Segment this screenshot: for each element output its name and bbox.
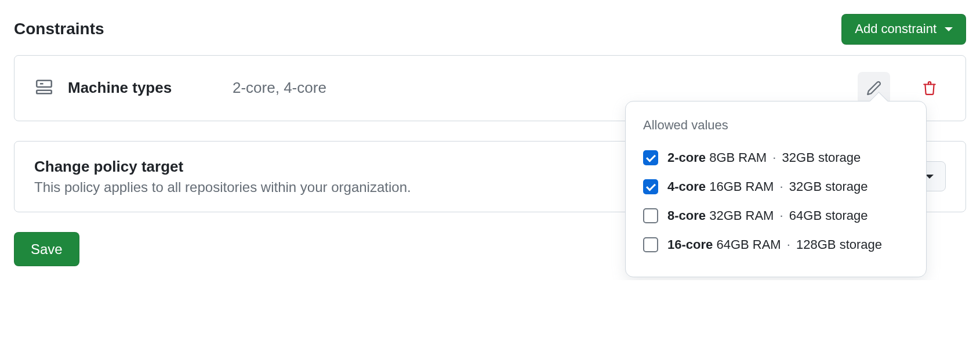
allowed-values-popover: Allowed values 2-core 8GB RAM · 32GB sto…	[625, 101, 927, 277]
machine-type-option[interactable]: 2-core 8GB RAM · 32GB storage	[643, 143, 909, 172]
option-label: 8-core 32GB RAM · 64GB storage	[667, 208, 868, 223]
option-label: 4-core 16GB RAM · 32GB storage	[667, 179, 868, 194]
option-ram: 8GB RAM	[709, 150, 767, 165]
server-icon	[34, 77, 54, 99]
machine-type-option[interactable]: 4-core 16GB RAM · 32GB storage	[643, 172, 909, 201]
popover-title: Allowed values	[643, 118, 909, 133]
separator-dot: ·	[780, 179, 783, 194]
save-button[interactable]: Save	[14, 232, 79, 267]
policy-title: Change policy target	[34, 158, 411, 176]
option-label: 16-core 64GB RAM · 128GB storage	[667, 237, 882, 252]
separator-dot: ·	[780, 208, 783, 223]
option-storage: 32GB storage	[782, 150, 861, 165]
caret-down-icon	[945, 27, 953, 31]
caret-down-icon	[925, 175, 934, 179]
checkbox[interactable]	[643, 237, 658, 252]
option-storage: 128GB storage	[796, 237, 882, 252]
add-constraint-button[interactable]: Add constraint	[841, 14, 966, 45]
trash-icon	[922, 81, 937, 96]
checkbox[interactable]	[643, 179, 658, 194]
machine-type-option[interactable]: 8-core 32GB RAM · 64GB storage	[643, 201, 909, 230]
option-label: 2-core 8GB RAM · 32GB storage	[667, 150, 861, 165]
svg-rect-0	[37, 80, 52, 86]
policy-description: This policy applies to all repositories …	[34, 179, 411, 195]
option-ram: 64GB RAM	[716, 237, 781, 252]
option-cores: 2-core	[667, 150, 706, 165]
constraint-name: Machine types	[68, 79, 219, 97]
option-cores: 8-core	[667, 208, 706, 223]
separator-dot: ·	[772, 150, 776, 165]
add-constraint-label: Add constraint	[855, 20, 937, 38]
checkbox[interactable]	[643, 208, 658, 223]
option-storage: 32GB storage	[789, 179, 868, 194]
constraint-summary: 2-core, 4-core	[233, 79, 844, 97]
separator-dot: ·	[787, 237, 790, 252]
section-title: Constraints	[14, 20, 104, 38]
delete-constraint-button[interactable]	[913, 72, 946, 104]
checkbox[interactable]	[643, 150, 658, 165]
option-ram: 32GB RAM	[709, 208, 774, 223]
save-label: Save	[31, 240, 63, 259]
svg-rect-1	[37, 90, 52, 93]
machine-type-option[interactable]: 16-core 64GB RAM · 128GB storage	[643, 230, 909, 259]
option-ram: 16GB RAM	[709, 179, 774, 194]
option-cores: 4-core	[667, 179, 706, 194]
option-storage: 64GB storage	[789, 208, 868, 223]
option-cores: 16-core	[667, 237, 713, 252]
